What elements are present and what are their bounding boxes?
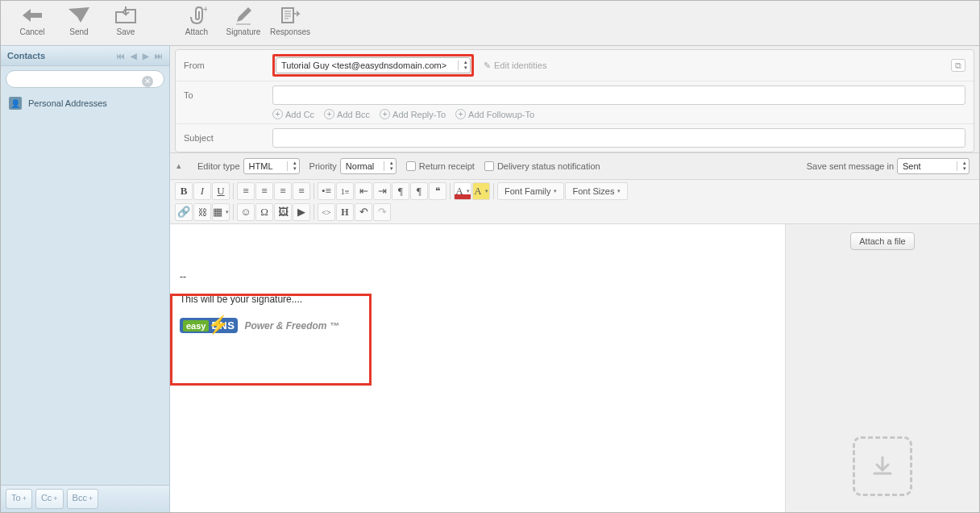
text-color-button[interactable]: A▾ xyxy=(454,182,471,200)
send-button[interactable]: Send xyxy=(56,4,102,36)
responses-label: Responses xyxy=(267,27,314,36)
bg-color-button[interactable]: A▾ xyxy=(472,182,490,200)
table-button[interactable]: ▦▾ xyxy=(212,203,230,221)
dsn-checkbox[interactable] xyxy=(484,161,494,171)
edit-identities-link[interactable]: ✎ Edit identities xyxy=(484,60,546,71)
from-highlight: Tutorial Guy <test@easydnsdomain.com>▴▾ xyxy=(272,54,474,77)
insert-cc-button[interactable]: Cc+ xyxy=(35,489,64,509)
compose-options-bar: ▴ Editor type HTML▴▾ Priority Normal▴▾ R… xyxy=(170,152,979,179)
number-list-button[interactable]: 1≡ xyxy=(336,182,354,200)
source-button[interactable]: <> xyxy=(318,203,335,221)
blockquote-button[interactable]: ❝ xyxy=(429,182,446,200)
align-center-button[interactable]: ≡ xyxy=(255,182,273,200)
rtl-button[interactable]: ¶ xyxy=(410,182,428,200)
add-reply-button[interactable]: +Add Reply-To xyxy=(380,109,446,119)
add-cc-button[interactable]: +Add Cc xyxy=(272,109,314,119)
save-in-label: Save sent message in xyxy=(807,161,894,171)
bold-button[interactable]: B xyxy=(175,182,193,200)
expand-headers-icon[interactable]: ⧉ xyxy=(951,59,965,72)
save-label: Save xyxy=(102,27,149,36)
collapse-options-icon[interactable]: ▴ xyxy=(176,161,188,172)
indent-button[interactable]: ⇥ xyxy=(373,182,391,200)
message-body-editor[interactable]: -- This will be your signature.... easy … xyxy=(170,224,786,512)
cancel-label: Cancel xyxy=(9,27,56,36)
ltr-button[interactable]: ¶ xyxy=(392,182,409,200)
save-button[interactable]: Save xyxy=(102,4,149,36)
unlink-button[interactable]: ⛓ xyxy=(193,203,211,221)
special-char-button[interactable]: Ω xyxy=(255,203,273,221)
redo-button[interactable]: ↷ xyxy=(373,203,391,221)
bullet-list-button[interactable]: •≡ xyxy=(318,182,335,200)
nav-next-icon[interactable]: ▶ xyxy=(143,52,149,60)
attachments-pane: Attach a file xyxy=(786,224,979,512)
main-toolbar: Cancel Send Save + Attach Signature Resp… xyxy=(1,1,979,45)
contact-search-input[interactable] xyxy=(6,70,164,88)
attach-button[interactable]: + Attach xyxy=(173,4,220,36)
undo-button[interactable]: ↶ xyxy=(355,203,372,221)
insert-to-button[interactable]: To+ xyxy=(6,489,32,509)
signature-highlight xyxy=(170,294,372,386)
return-receipt-label: Return receipt xyxy=(419,161,475,171)
image-button[interactable]: 🖼 xyxy=(274,203,292,221)
add-bcc-button[interactable]: +Add Bcc xyxy=(324,109,370,119)
signature-separator: -- xyxy=(180,271,775,282)
nav-last-icon[interactable]: ⏭ xyxy=(155,52,163,60)
align-right-button[interactable]: ≡ xyxy=(274,182,292,200)
priority-select[interactable]: Normal▴▾ xyxy=(340,158,397,174)
dsn-label: Delivery status notification xyxy=(497,161,600,171)
find-button[interactable]: H xyxy=(336,203,354,221)
signature-button[interactable]: Signature xyxy=(220,4,267,36)
sidebar-compose-buttons: To+ Cc+ Bcc+ xyxy=(1,485,169,512)
signature-logo: easy ⚡ DNS Power & Freedom ™ xyxy=(180,318,775,333)
subject-row: Subject xyxy=(176,123,974,152)
emoji-button[interactable]: ☺ xyxy=(237,203,255,221)
cancel-button[interactable]: Cancel xyxy=(9,4,56,36)
italic-button[interactable]: I xyxy=(193,182,211,200)
to-input[interactable] xyxy=(272,86,965,105)
contacts-header: Contacts ⏮ ◀ ▶ ⏭ xyxy=(1,46,169,66)
to-label: To xyxy=(184,90,272,100)
attach-label: Attach xyxy=(173,27,220,36)
add-followup-button[interactable]: +Add Followup-To xyxy=(455,109,534,119)
pencil-icon xyxy=(220,4,267,27)
insert-bcc-button[interactable]: Bcc+ xyxy=(67,489,99,509)
responses-icon xyxy=(267,4,314,27)
logo-tagline: Power & Freedom ™ xyxy=(244,320,338,332)
attach-file-button[interactable]: Attach a file xyxy=(850,232,914,250)
link-button[interactable]: 🔗 xyxy=(175,203,193,221)
signature-label: Signature xyxy=(220,27,267,36)
font-family-select[interactable]: Font Family▾ xyxy=(497,182,564,200)
outdent-button[interactable]: ⇤ xyxy=(355,182,372,200)
from-label: From xyxy=(184,60,272,70)
headers-box: From Tutorial Guy <test@easydnsdomain.co… xyxy=(175,49,974,152)
subject-label: Subject xyxy=(184,133,272,143)
signature-line: This will be your signature.... xyxy=(180,294,775,305)
from-row: From Tutorial Guy <test@easydnsdomain.co… xyxy=(176,50,974,81)
bolt-icon: ⚡ xyxy=(207,315,229,336)
to-row: To xyxy=(176,81,974,109)
from-identity-select[interactable]: Tutorial Guy <test@easydnsdomain.com>▴▾ xyxy=(276,57,471,73)
editor-type-select[interactable]: HTML▴▾ xyxy=(243,158,300,174)
nav-prev-icon[interactable]: ◀ xyxy=(131,52,137,60)
priority-label: Priority xyxy=(309,161,337,171)
media-button[interactable]: ▶ xyxy=(293,203,310,221)
svg-text:+: + xyxy=(203,6,207,14)
font-size-select[interactable]: Font Sizes▾ xyxy=(565,182,628,200)
responses-button[interactable]: Responses xyxy=(267,4,314,36)
addressbook-item-personal[interactable]: 👤 Personal Addresses xyxy=(1,92,169,115)
clear-search-icon[interactable]: ✕ xyxy=(142,76,153,87)
save-in-select[interactable]: Sent▴▾ xyxy=(897,158,970,174)
contacts-nav: ⏮ ◀ ▶ ⏭ xyxy=(114,51,163,60)
underline-button[interactable]: U xyxy=(212,182,230,200)
logo-easy: easy xyxy=(183,320,209,332)
folder-in-icon xyxy=(102,4,149,27)
align-left-button[interactable]: ≡ xyxy=(237,182,255,200)
align-justify-button[interactable]: ≡ xyxy=(293,182,310,200)
attachment-dropzone[interactable] xyxy=(853,436,912,496)
nav-first-icon[interactable]: ⏮ xyxy=(117,52,125,60)
contacts-title: Contacts xyxy=(7,51,45,60)
contacts-sidebar: Contacts ⏮ ◀ ▶ ⏭ 🔍 ✕ 👤 Personal Addresse… xyxy=(1,45,170,512)
return-receipt-checkbox[interactable] xyxy=(406,161,416,171)
editor-toolbar: B I U ≡ ≡ ≡ ≡ •≡ 1≡ ⇤ ⇥ ¶ ¶ ❝ A▾ A▾ Font… xyxy=(170,179,979,224)
subject-input[interactable] xyxy=(272,128,965,148)
